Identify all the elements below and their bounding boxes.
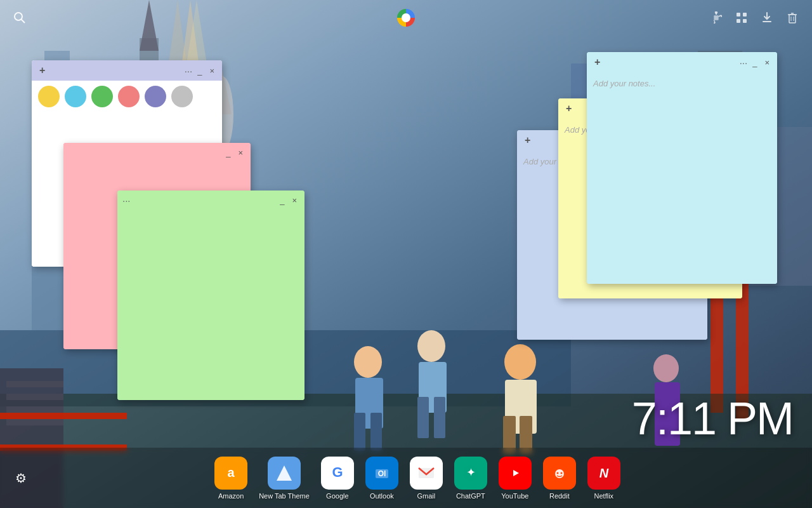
svg-line-41: [21, 19, 25, 23]
search-button[interactable]: [10, 8, 30, 28]
color-swatches-row: [32, 81, 222, 112]
green-note-titlebar: ··· _ ×: [117, 190, 304, 210]
svg-point-32: [504, 344, 536, 380]
svg-rect-42: [714, 15, 718, 20]
svg-rect-27: [370, 413, 382, 451]
cyan-note-placeholder: Add your notes...: [593, 79, 655, 88]
svg-text:a: a: [228, 465, 235, 479]
main-note-titlebar: + ··· _ ×: [32, 60, 222, 81]
dock-item-chatgpt[interactable]: ✦ ChatGPT: [454, 457, 487, 500]
swatch-yellow[interactable]: [38, 86, 60, 107]
green-sticky-note: ··· _ ×: [117, 190, 304, 400]
top-bar-left: [10, 8, 30, 28]
youtube-icon: [499, 457, 532, 490]
svg-marker-54: [277, 465, 292, 481]
dock-item-reddit[interactable]: Reddit: [543, 457, 576, 500]
svg-rect-31: [434, 397, 445, 438]
google-g-inner: [402, 13, 410, 22]
outlook-label: Outlook: [370, 492, 394, 500]
reddit-label: Reddit: [549, 492, 570, 500]
green-note-menu-button[interactable]: ···: [122, 195, 131, 206]
swatch-pink[interactable]: [118, 86, 140, 107]
chatgpt-icon: ✦: [454, 457, 487, 490]
dock-item-outlook[interactable]: Ol Outlook: [365, 457, 398, 500]
svg-rect-18: [6, 381, 63, 387]
svg-text:N: N: [599, 466, 609, 480]
yellow-note-add-button[interactable]: +: [563, 102, 574, 115]
svg-point-66: [560, 472, 562, 474]
green-note-titlebar-left: ···: [122, 195, 131, 206]
netflix-icon: N: [587, 457, 620, 490]
settings-icon: ⚙: [15, 471, 27, 486]
green-note-close-button[interactable]: ×: [289, 195, 299, 206]
cyan-note-titlebar: + ··· _ ×: [587, 52, 777, 72]
swatch-cyan[interactable]: [65, 86, 86, 107]
chatgpt-label: ChatGPT: [456, 492, 485, 500]
svg-point-65: [556, 472, 558, 474]
netflix-label: Netflix: [594, 492, 614, 500]
download-icon[interactable]: [757, 8, 777, 28]
amazon-label: Amazon: [218, 492, 244, 500]
main-note-minimize-button[interactable]: _: [195, 65, 204, 76]
main-note-menu-button[interactable]: ···: [185, 65, 193, 76]
amazon-icon: a: [214, 457, 247, 490]
main-note-titlebar-left: +: [37, 64, 48, 77]
swatch-green[interactable]: [91, 86, 113, 107]
dock-item-gmail[interactable]: Gmail: [410, 457, 443, 500]
swatch-purple[interactable]: [145, 86, 166, 107]
svg-rect-45: [737, 19, 740, 23]
bottom-dock: ⚙ a Amazon New Tab Theme G: [0, 448, 812, 508]
svg-point-36: [653, 354, 679, 382]
pink-note-controls: _ ×: [223, 147, 246, 158]
main-note-controls: ··· _ ×: [185, 65, 217, 76]
dock-item-google[interactable]: G Google: [321, 457, 354, 500]
newtab-label: New Tab Theme: [259, 492, 310, 500]
swatch-gray[interactable]: [171, 86, 193, 107]
dock-item-amazon[interactable]: a Amazon: [214, 457, 247, 500]
dock-item-youtube[interactable]: YouTube: [499, 457, 532, 500]
svg-rect-26: [354, 413, 365, 451]
google-label: Google: [326, 492, 348, 500]
green-note-minimize-button[interactable]: _: [277, 195, 287, 206]
pink-note-close-button[interactable]: ×: [235, 147, 246, 158]
svg-text:✦: ✦: [466, 466, 475, 479]
cyan-note-close-button[interactable]: ×: [762, 57, 772, 68]
cyan-note-menu-button[interactable]: ···: [740, 57, 748, 68]
green-note-content[interactable]: [117, 210, 304, 400]
trash-icon[interactable]: [782, 8, 802, 28]
svg-rect-47: [763, 21, 771, 22]
gmail-label: Gmail: [417, 492, 435, 500]
puzzle-icon[interactable]: [706, 8, 726, 28]
main-note-add-button[interactable]: +: [37, 64, 48, 77]
top-bar: [0, 0, 812, 35]
svg-rect-46: [743, 19, 747, 23]
svg-text:G: G: [332, 464, 343, 480]
dock-item-newtab[interactable]: New Tab Theme: [259, 457, 310, 500]
pink-note-minimize-button[interactable]: _: [223, 147, 233, 158]
main-note-close-button[interactable]: ×: [207, 65, 217, 76]
svg-rect-43: [737, 13, 740, 17]
settings-button[interactable]: ⚙: [10, 467, 32, 490]
cyan-note-content[interactable]: Add your notes...: [587, 72, 777, 284]
cyan-note-minimize-button[interactable]: _: [750, 57, 759, 68]
google-icon: G: [321, 457, 354, 490]
google-g-logo: [397, 9, 415, 27]
green-note-controls: _ ×: [277, 195, 299, 206]
svg-rect-22: [0, 413, 127, 419]
svg-rect-20: [6, 406, 63, 413]
svg-rect-30: [417, 397, 429, 438]
dock-item-netflix[interactable]: N Netflix: [587, 457, 620, 500]
youtube-label: YouTube: [501, 492, 528, 500]
blue-note-add-button[interactable]: +: [522, 134, 533, 147]
svg-text:Ol: Ol: [378, 469, 386, 478]
svg-rect-21: [6, 419, 63, 425]
svg-point-28: [417, 330, 445, 362]
dock-apps-row: a Amazon New Tab Theme G Google: [32, 457, 802, 500]
cyan-note-controls: ··· _ ×: [740, 57, 772, 68]
apps-icon[interactable]: [731, 8, 752, 28]
outlook-icon: Ol: [365, 457, 398, 490]
cyan-note-add-button[interactable]: +: [592, 56, 603, 69]
svg-rect-44: [743, 13, 747, 17]
svg-rect-48: [789, 15, 796, 23]
reddit-icon: [543, 457, 576, 490]
